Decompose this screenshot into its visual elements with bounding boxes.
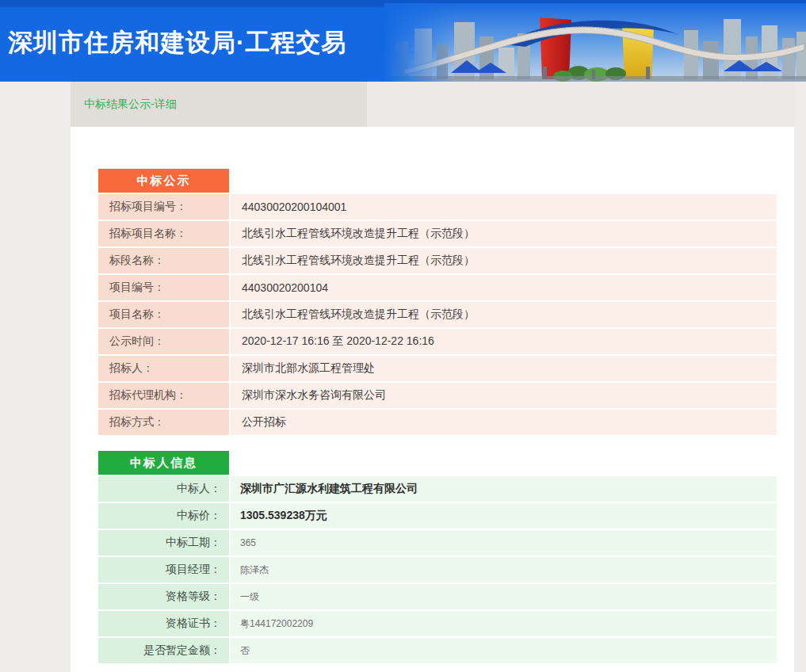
- content-area: 中标公示 招标项目编号：44030020200104001招标项目名称：北线引水…: [71, 127, 794, 672]
- table-row: 招标方式：公开招标: [98, 410, 777, 435]
- cityscape-banner-image: [384, 3, 806, 82]
- table-row: 招标代理机构：深圳市深水水务咨询有限公司: [98, 383, 777, 408]
- site-title: 深圳市住房和建设局·工程交易: [8, 26, 346, 59]
- field-label: 中标人：: [98, 476, 229, 502]
- winner-info-section: 中标人信息 中标人：深圳市广汇源水利建筑工程有限公司中标价：1305.53923…: [98, 451, 777, 663]
- breadcrumb-band-inner: 中标结果公示-详细: [71, 82, 794, 127]
- field-label: 资格等级：: [98, 584, 229, 609]
- field-value: 44030020200104001: [231, 194, 777, 220]
- bid-announcement-header: 中标公示: [98, 169, 229, 193]
- table-row: 资格等级：一级: [98, 584, 777, 609]
- field-value: 北线引水工程管线环境改造提升工程（示范段）: [231, 248, 777, 273]
- winner-info-header: 中标人信息: [98, 451, 229, 475]
- field-value: 44030020200104: [231, 275, 777, 300]
- table-row: 招标项目编号：44030020200104001: [98, 194, 777, 220]
- field-value: 陈泽杰: [231, 557, 777, 582]
- table-row: 公示时间：2020-12-17 16:16 至 2020-12-22 16:16: [98, 329, 777, 354]
- bid-announcement-title: 中标公示: [137, 174, 191, 189]
- breadcrumb-tab[interactable]: 中标结果公示-详细: [71, 82, 367, 127]
- table-row: 招标人：深圳市北部水源工程管理处: [98, 356, 777, 381]
- field-value: 一级: [231, 584, 777, 609]
- breadcrumb-label: 中标结果公示-详细: [84, 97, 177, 112]
- field-value: 365: [231, 530, 777, 556]
- field-label: 招标代理机构：: [98, 383, 229, 408]
- field-label: 招标项目名称：: [98, 221, 229, 246]
- table-row: 是否暂定金额：否: [98, 638, 777, 663]
- field-value: 粤144172002209: [231, 611, 777, 636]
- table-row: 中标人：深圳市广汇源水利建筑工程有限公司: [98, 476, 777, 502]
- field-value: 深圳市北部水源工程管理处: [231, 356, 777, 381]
- field-value: 1305.539238万元: [231, 503, 777, 529]
- field-label: 中标价：: [98, 503, 229, 529]
- field-value: 北线引水工程管线环境改造提升工程（示范段）: [231, 221, 777, 246]
- field-label: 标段名称：: [98, 248, 229, 273]
- field-label: 是否暂定金额：: [98, 638, 229, 663]
- field-label: 项目经理：: [98, 557, 229, 582]
- table-row: 中标价：1305.539238万元: [98, 503, 777, 529]
- breadcrumb-band: 中标结果公示-详细: [0, 82, 806, 127]
- field-label: 中标工期：: [98, 530, 229, 556]
- winner-info-table: 中标人：深圳市广汇源水利建筑工程有限公司中标价：1305.539238万元中标工…: [98, 476, 777, 663]
- field-label: 招标项目编号：: [98, 194, 229, 220]
- field-value: 否: [231, 638, 777, 663]
- table-row: 项目经理：陈泽杰: [98, 557, 777, 582]
- field-label: 招标人：: [98, 356, 229, 381]
- winner-info-title: 中标人信息: [130, 456, 197, 471]
- table-row: 项目名称：北线引水工程管线环境改造提升工程（示范段）: [98, 302, 777, 327]
- table-row: 中标工期：365: [98, 530, 777, 556]
- table-row: 标段名称：北线引水工程管线环境改造提升工程（示范段）: [98, 248, 777, 273]
- field-label: 公示时间：: [98, 329, 229, 354]
- field-label: 资格证书：: [98, 611, 229, 636]
- field-value: 北线引水工程管线环境改造提升工程（示范段）: [231, 302, 777, 327]
- field-value: 2020-12-17 16:16 至 2020-12-22 16:16: [231, 329, 777, 354]
- field-label: 项目名称：: [98, 302, 229, 327]
- site-header: 深圳市住房和建设局·工程交易: [0, 0, 806, 82]
- bid-announcement-section: 中标公示 招标项目编号：44030020200104001招标项目名称：北线引水…: [98, 169, 777, 435]
- field-value: 深圳市深水水务咨询有限公司: [231, 383, 777, 408]
- table-row: 项目编号：44030020200104: [98, 275, 777, 300]
- bid-announcement-table: 招标项目编号：44030020200104001招标项目名称：北线引水工程管线环…: [98, 194, 777, 435]
- field-label: 招标方式：: [98, 410, 229, 435]
- table-row: 资格证书：粤144172002209: [98, 611, 777, 636]
- field-value: 深圳市广汇源水利建筑工程有限公司: [231, 476, 777, 502]
- field-value: 公开招标: [231, 410, 777, 435]
- page: 深圳市住房和建设局·工程交易: [0, 0, 806, 672]
- table-row: 招标项目名称：北线引水工程管线环境改造提升工程（示范段）: [98, 221, 777, 246]
- field-label: 项目编号：: [98, 275, 229, 300]
- shenzhen-civic-center-icon: [384, 3, 806, 82]
